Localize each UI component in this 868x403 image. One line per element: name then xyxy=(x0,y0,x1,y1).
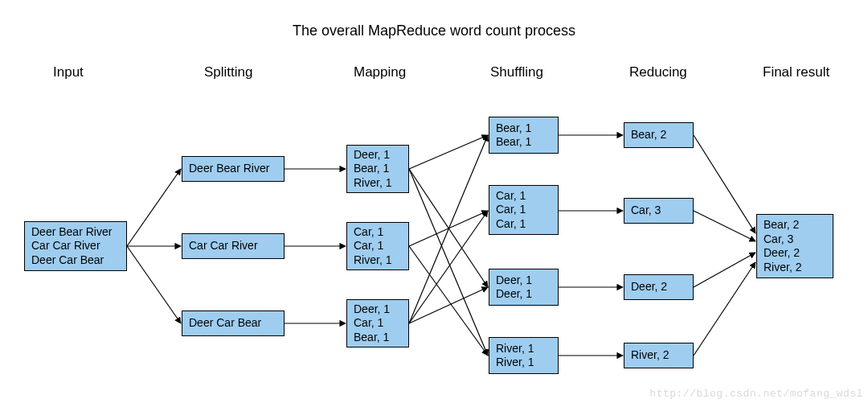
reduce-box-bear: Bear, 2 xyxy=(624,122,694,148)
reduce-box-deer: Deer, 2 xyxy=(624,274,694,300)
svg-line-2 xyxy=(127,246,181,323)
shuffle-box-car: Car, 1 Car, 1 Car, 1 xyxy=(489,185,559,235)
map-box-1: Car, 1 Car, 1 River, 1 xyxy=(346,222,409,270)
reduce-box-river: River, 2 xyxy=(624,343,694,368)
svg-line-0 xyxy=(127,169,181,246)
svg-line-20 xyxy=(694,253,755,287)
watermark-text: http://blog.csdn.net/mofang_wdsl xyxy=(649,388,863,400)
map-box-0: Deer, 1 Bear, 1 River, 1 xyxy=(346,145,409,193)
svg-line-19 xyxy=(694,211,755,241)
shuffle-box-deer: Deer, 1 Deer, 1 xyxy=(489,269,559,306)
split-box-1: Car Car River xyxy=(182,233,285,259)
svg-line-21 xyxy=(694,262,755,356)
final-box: Bear, 2 Car, 3 Deer, 2 River, 2 xyxy=(756,214,833,278)
split-box-2: Deer Car Bear xyxy=(182,310,285,336)
svg-line-13 xyxy=(409,287,488,323)
map-box-2: Deer, 1 Car, 1 Bear, 1 xyxy=(346,299,409,347)
arrows-layer xyxy=(0,0,868,403)
split-box-0: Deer Bear River xyxy=(182,156,285,182)
shuffle-box-river: River, 1 River, 1 xyxy=(489,337,559,374)
shuffle-box-bear: Bear, 1 Bear, 1 xyxy=(489,117,559,154)
reduce-box-car: Car, 3 xyxy=(624,198,694,224)
diagram-stage: { "title": "The overall MapReduce word c… xyxy=(0,0,868,403)
input-box: Deer Bear River Car Car River Deer Car B… xyxy=(24,221,127,271)
svg-line-18 xyxy=(694,135,755,233)
